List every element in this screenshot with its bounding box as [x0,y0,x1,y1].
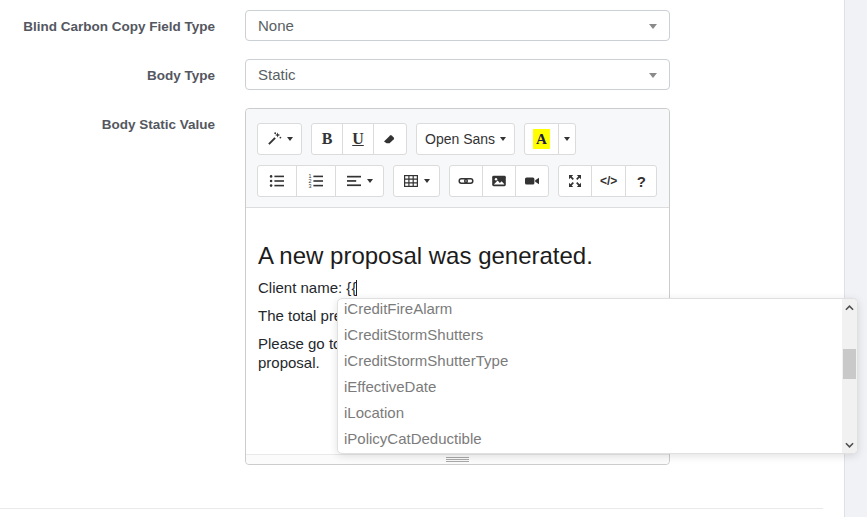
link-icon [458,173,474,189]
editor-toolbar: B U Open Sans A [246,109,669,208]
style-dropdown-button[interactable] [257,123,302,155]
bcc-field-type-value: None [258,17,294,34]
autocomplete-item[interactable]: iCreditStormShutterType [344,347,857,373]
font-color-dropdown-button[interactable] [558,123,576,155]
caret-down-icon [424,179,430,183]
editor-heading: A new proposal was generated. [258,243,657,269]
editor-resize-bar[interactable] [246,454,669,464]
body-type-label: Body Type [0,67,215,84]
svg-text:3: 3 [308,183,311,189]
ordered-list-icon: 123 [308,173,324,189]
autocomplete-item[interactable]: iEffectiveDate [344,373,857,399]
underline-button[interactable]: U [342,123,374,155]
autocomplete-scrollbar[interactable] [842,299,857,453]
bold-button[interactable]: B [311,123,343,155]
caret-down-icon [500,137,506,141]
font-family-dropdown-button[interactable]: Open Sans [416,123,515,155]
chevron-down-icon [649,24,657,29]
underline-label: U [352,130,364,148]
fullscreen-button[interactable] [558,165,592,197]
bold-label: B [322,130,333,148]
editor-client-line: Client name: {{ [258,278,657,297]
autocomplete-item[interactable]: iCreditFireAlarm [344,298,857,321]
autocomplete-item[interactable]: iPolicyCatDeductible [344,425,857,451]
body-type-select[interactable]: Static [245,59,670,90]
font-color-icon: A [533,129,550,149]
chevron-down-icon [649,73,657,78]
autocomplete-item[interactable]: iCreditStormShutters [344,321,857,347]
insert-video-button[interactable] [515,165,549,197]
caret-down-icon [287,137,293,141]
autocomplete-item[interactable]: iLocation [344,399,857,425]
caret-down-icon [367,179,373,183]
resize-grip-icon [446,457,469,462]
ordered-list-button[interactable]: 123 [296,165,336,197]
bcc-field-type-label: Blind Carbon Copy Field Type [0,18,215,35]
bcc-field-type-select[interactable]: None [245,10,670,41]
unordered-list-button[interactable] [257,165,297,197]
scrollbar-thumb[interactable] [843,349,856,379]
code-view-icon: </> [600,174,617,188]
paragraph-align-dropdown-button[interactable] [335,165,384,197]
caret-down-icon [564,137,570,141]
code-view-button[interactable]: </> [591,165,626,197]
video-icon [524,173,540,189]
insert-picture-button[interactable] [482,165,516,197]
font-family-value: Open Sans [425,131,495,147]
fullscreen-icon [567,173,583,189]
body-type-value: Static [258,66,296,83]
autocomplete-list: iCreditFireAlarm iCreditStormShutters iC… [338,298,857,451]
insert-link-button[interactable] [449,165,483,197]
help-icon: ? [637,173,646,190]
content-divider [0,508,823,509]
magic-wand-icon [266,131,282,147]
table-dropdown-button[interactable] [393,165,440,197]
merge-field-autocomplete: iCreditFireAlarm iCreditStormShutters iC… [337,298,858,454]
clear-formatting-button[interactable] [373,123,407,155]
align-left-icon [346,173,362,189]
chevron-up-icon[interactable] [842,300,857,315]
chevron-down-icon[interactable] [842,437,857,452]
unordered-list-icon [269,173,285,189]
picture-icon [491,173,507,189]
eraser-icon [382,131,398,147]
text-cursor [356,280,357,296]
font-color-button[interactable]: A [524,123,559,155]
help-button[interactable]: ? [625,165,657,197]
body-static-value-label: Body Static Value [0,116,215,133]
table-icon [403,173,419,189]
